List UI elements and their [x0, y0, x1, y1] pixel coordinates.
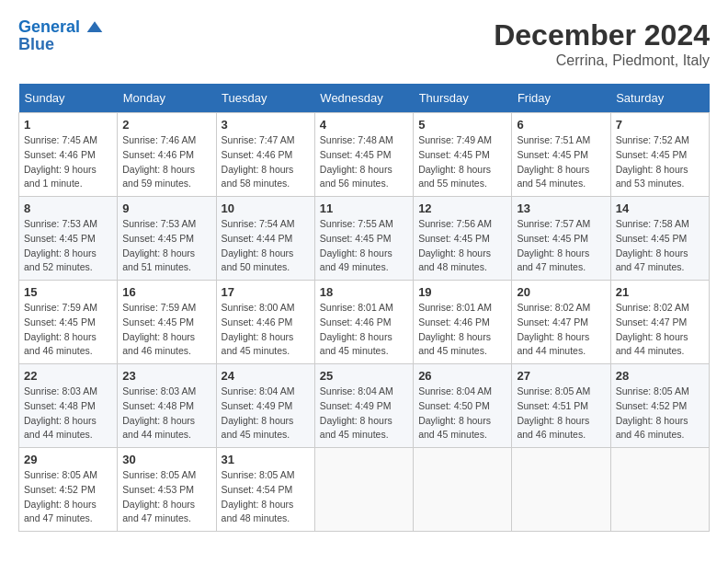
- calendar-cell: 4Sunrise: 7:48 AMSunset: 4:45 PMDaylight…: [314, 113, 413, 197]
- weekday-monday: Monday: [118, 84, 216, 113]
- day-info: Sunrise: 8:00 AMSunset: 4:46 PMDaylight:…: [222, 301, 310, 359]
- day-info: Sunrise: 7:59 AMSunset: 4:45 PMDaylight:…: [122, 301, 210, 359]
- calendar-cell: 28Sunrise: 8:05 AMSunset: 4:52 PMDayligh…: [610, 364, 709, 448]
- day-number: 26: [418, 369, 506, 383]
- day-number: 1: [24, 118, 112, 132]
- calendar-cell: 6Sunrise: 7:51 AMSunset: 4:45 PMDaylight…: [512, 113, 610, 197]
- calendar-cell: 14Sunrise: 7:58 AMSunset: 4:45 PMDayligh…: [610, 197, 709, 281]
- calendar-cell: 11Sunrise: 7:55 AMSunset: 4:45 PMDayligh…: [314, 197, 413, 281]
- day-number: 6: [517, 118, 605, 132]
- calendar-cell: 7Sunrise: 7:52 AMSunset: 4:45 PMDaylight…: [610, 113, 709, 197]
- day-info: Sunrise: 7:49 AMSunset: 4:45 PMDaylight:…: [418, 133, 506, 191]
- day-info: Sunrise: 8:05 AMSunset: 4:54 PMDaylight:…: [222, 468, 310, 526]
- calendar-cell: 3Sunrise: 7:47 AMSunset: 4:46 PMDaylight…: [216, 113, 314, 197]
- day-number: 21: [616, 285, 704, 299]
- calendar-cell: 15Sunrise: 7:59 AMSunset: 4:45 PMDayligh…: [19, 281, 118, 364]
- day-number: 29: [24, 453, 112, 466]
- day-info: Sunrise: 8:04 AMSunset: 4:50 PMDaylight:…: [418, 385, 506, 442]
- day-info: Sunrise: 7:54 AMSunset: 4:44 PMDaylight:…: [222, 217, 310, 275]
- location: Cerrina, Piedmont, Italy: [494, 52, 710, 69]
- week-row-5: 29Sunrise: 8:05 AMSunset: 4:52 PMDayligh…: [19, 448, 710, 532]
- calendar-cell: 23Sunrise: 8:03 AMSunset: 4:48 PMDayligh…: [118, 364, 216, 448]
- calendar-cell: 18Sunrise: 8:01 AMSunset: 4:46 PMDayligh…: [314, 281, 413, 364]
- day-number: 3: [222, 118, 310, 132]
- day-number: 23: [122, 369, 210, 383]
- day-number: 17: [222, 285, 310, 299]
- week-row-1: 1Sunrise: 7:45 AMSunset: 4:46 PMDaylight…: [19, 113, 710, 197]
- weekday-sunday: Sunday: [19, 84, 118, 113]
- day-info: Sunrise: 7:48 AMSunset: 4:45 PMDaylight:…: [320, 133, 408, 191]
- calendar-cell: 20Sunrise: 8:02 AMSunset: 4:47 PMDayligh…: [512, 281, 610, 364]
- calendar-cell: [314, 448, 413, 532]
- calendar-cell: 22Sunrise: 8:03 AMSunset: 4:48 PMDayligh…: [19, 364, 118, 448]
- calendar-cell: 16Sunrise: 7:59 AMSunset: 4:45 PMDayligh…: [118, 281, 216, 364]
- calendar-cell: [414, 448, 512, 532]
- calendar-cell: 25Sunrise: 8:04 AMSunset: 4:49 PMDayligh…: [314, 364, 413, 448]
- day-info: Sunrise: 8:02 AMSunset: 4:47 PMDaylight:…: [517, 301, 605, 359]
- logo-icon: [85, 18, 104, 37]
- day-number: 18: [320, 285, 408, 299]
- day-info: Sunrise: 7:46 AMSunset: 4:46 PMDaylight:…: [122, 133, 210, 191]
- day-info: Sunrise: 7:56 AMSunset: 4:45 PMDaylight:…: [418, 217, 506, 275]
- day-number: 5: [418, 118, 506, 132]
- day-info: Sunrise: 7:53 AMSunset: 4:45 PMDaylight:…: [24, 217, 112, 275]
- day-info: Sunrise: 7:53 AMSunset: 4:45 PMDaylight:…: [122, 217, 210, 275]
- day-info: Sunrise: 7:45 AMSunset: 4:46 PMDaylight:…: [24, 133, 112, 191]
- weekday-wednesday: Wednesday: [314, 84, 413, 113]
- day-number: 20: [517, 285, 605, 299]
- weekday-thursday: Thursday: [414, 84, 512, 113]
- day-number: 8: [24, 201, 112, 215]
- day-info: Sunrise: 7:55 AMSunset: 4:45 PMDaylight:…: [320, 217, 408, 275]
- day-info: Sunrise: 8:04 AMSunset: 4:49 PMDaylight:…: [320, 385, 408, 442]
- calendar-cell: 13Sunrise: 7:57 AMSunset: 4:45 PMDayligh…: [512, 197, 610, 281]
- calendar-cell: [512, 448, 610, 532]
- calendar-cell: 29Sunrise: 8:05 AMSunset: 4:52 PMDayligh…: [19, 448, 118, 532]
- day-info: Sunrise: 7:52 AMSunset: 4:45 PMDaylight:…: [616, 133, 704, 191]
- day-number: 31: [222, 453, 310, 466]
- calendar-cell: 30Sunrise: 8:05 AMSunset: 4:53 PMDayligh…: [118, 448, 216, 532]
- calendar-cell: [610, 448, 709, 532]
- weekday-tuesday: Tuesday: [216, 84, 314, 113]
- calendar-cell: 10Sunrise: 7:54 AMSunset: 4:44 PMDayligh…: [216, 197, 314, 281]
- logo: General Blue: [18, 18, 104, 54]
- day-info: Sunrise: 7:59 AMSunset: 4:45 PMDaylight:…: [24, 301, 112, 359]
- calendar-cell: 12Sunrise: 7:56 AMSunset: 4:45 PMDayligh…: [414, 197, 512, 281]
- day-info: Sunrise: 7:47 AMSunset: 4:46 PMDaylight:…: [222, 133, 310, 191]
- logo-text: General: [18, 18, 104, 37]
- day-number: 2: [122, 118, 210, 132]
- day-number: 19: [418, 285, 506, 299]
- day-number: 11: [320, 201, 408, 215]
- week-row-2: 8Sunrise: 7:53 AMSunset: 4:45 PMDaylight…: [19, 197, 710, 281]
- calendar-cell: 31Sunrise: 8:05 AMSunset: 4:54 PMDayligh…: [216, 448, 314, 532]
- calendar-cell: 17Sunrise: 8:00 AMSunset: 4:46 PMDayligh…: [216, 281, 314, 364]
- day-number: 27: [517, 369, 605, 383]
- day-info: Sunrise: 8:02 AMSunset: 4:47 PMDaylight:…: [616, 301, 704, 359]
- day-number: 13: [517, 201, 605, 215]
- weekday-header-row: SundayMondayTuesdayWednesdayThursdayFrid…: [19, 84, 710, 113]
- day-info: Sunrise: 7:58 AMSunset: 4:45 PMDaylight:…: [616, 217, 704, 275]
- calendar-cell: 27Sunrise: 8:05 AMSunset: 4:51 PMDayligh…: [512, 364, 610, 448]
- calendar-cell: 5Sunrise: 7:49 AMSunset: 4:45 PMDaylight…: [414, 113, 512, 197]
- day-number: 12: [418, 201, 506, 215]
- day-info: Sunrise: 8:04 AMSunset: 4:49 PMDaylight:…: [222, 385, 310, 442]
- day-number: 10: [222, 201, 310, 215]
- day-info: Sunrise: 8:03 AMSunset: 4:48 PMDaylight:…: [122, 385, 210, 442]
- day-number: 4: [320, 118, 408, 132]
- calendar-cell: 2Sunrise: 7:46 AMSunset: 4:46 PMDaylight…: [118, 113, 216, 197]
- logo-blue: Blue: [18, 35, 104, 54]
- day-number: 7: [616, 118, 704, 132]
- day-info: Sunrise: 8:05 AMSunset: 4:53 PMDaylight:…: [122, 468, 210, 526]
- calendar-cell: 8Sunrise: 7:53 AMSunset: 4:45 PMDaylight…: [19, 197, 118, 281]
- day-number: 25: [320, 369, 408, 383]
- day-info: Sunrise: 8:03 AMSunset: 4:48 PMDaylight:…: [24, 385, 112, 442]
- day-info: Sunrise: 8:05 AMSunset: 4:51 PMDaylight:…: [517, 385, 605, 442]
- day-number: 15: [24, 285, 112, 299]
- day-number: 24: [222, 369, 310, 383]
- day-number: 30: [122, 453, 210, 466]
- week-row-4: 22Sunrise: 8:03 AMSunset: 4:48 PMDayligh…: [19, 364, 710, 448]
- calendar-cell: 26Sunrise: 8:04 AMSunset: 4:50 PMDayligh…: [414, 364, 512, 448]
- page-header: General Blue December 2024 Cerrina, Pied…: [18, 18, 710, 69]
- calendar-cell: 19Sunrise: 8:01 AMSunset: 4:46 PMDayligh…: [414, 281, 512, 364]
- calendar-cell: 24Sunrise: 8:04 AMSunset: 4:49 PMDayligh…: [216, 364, 314, 448]
- day-info: Sunrise: 8:01 AMSunset: 4:46 PMDaylight:…: [320, 301, 408, 359]
